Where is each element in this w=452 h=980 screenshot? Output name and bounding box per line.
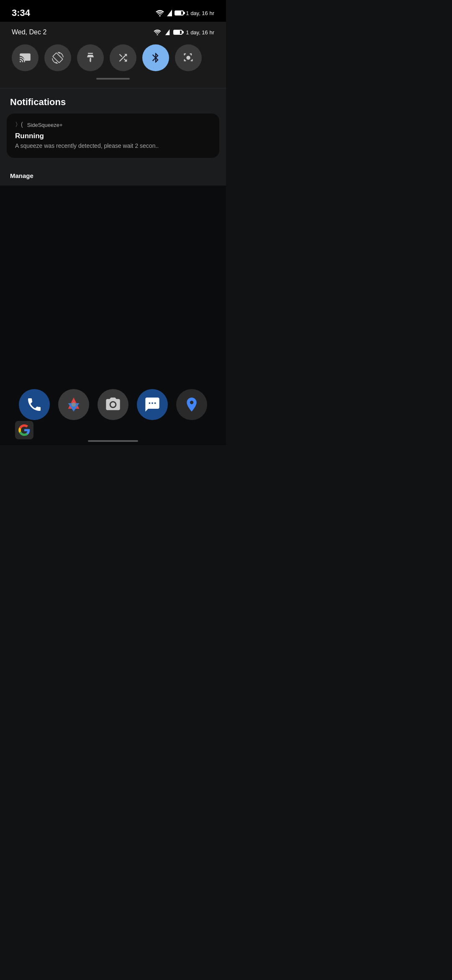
dock-maps[interactable] xyxy=(176,389,207,420)
bluetooth-icon xyxy=(150,52,162,64)
camera-icon xyxy=(105,396,121,413)
cast-toggle[interactable] xyxy=(12,44,39,71)
svg-point-0 xyxy=(159,15,161,16)
left-bracket: 〉( xyxy=(15,121,23,129)
notif-app-icon: 〉( xyxy=(15,121,23,129)
status-bar: 3:34 1 day, 16 hr xyxy=(0,0,226,22)
flashlight-toggle[interactable] xyxy=(77,44,104,71)
flashlight-icon xyxy=(85,52,96,64)
quick-settings-panel: Wed, Dec 2 1 day, 16 hr xyxy=(0,22,226,88)
notifications-title: Notifications xyxy=(7,97,219,108)
notification-title: Running xyxy=(15,132,211,140)
header-battery-icon xyxy=(173,30,182,35)
messages-icon xyxy=(144,396,161,413)
wifi-icon xyxy=(155,10,164,16)
rotate-icon xyxy=(52,52,64,64)
svg-point-2 xyxy=(157,34,158,35)
battery-text: 1 day, 16 hr xyxy=(186,10,214,16)
home-screen xyxy=(0,186,226,445)
svg-point-6 xyxy=(72,402,76,407)
notifications-section: Notifications 〉( SideSqueeze+ Running A … xyxy=(0,88,226,166)
google-icon[interactable] xyxy=(15,421,33,439)
shuffle-icon xyxy=(117,52,129,64)
focus-toggle[interactable] xyxy=(175,44,202,71)
panel-pill xyxy=(96,78,130,80)
dock xyxy=(0,389,226,420)
svg-marker-1 xyxy=(167,10,172,16)
extradim-toggle[interactable] xyxy=(110,44,136,71)
battery-status-display: 1 day, 16 hr xyxy=(153,29,214,36)
battery-icon xyxy=(175,10,184,15)
header-battery-text: 1 day, 16 hr xyxy=(186,29,214,36)
notif-app-name: SideSqueeze+ xyxy=(27,122,63,128)
svg-marker-3 xyxy=(165,29,170,35)
maps-icon xyxy=(183,396,200,413)
dock-camera[interactable] xyxy=(98,389,128,420)
status-time: 3:34 xyxy=(12,8,30,18)
notification-body: A squeeze was recently detected, please … xyxy=(15,142,211,150)
manage-section: Manage xyxy=(0,166,226,186)
notification-app-row: 〉( SideSqueeze+ xyxy=(15,121,211,129)
dock-flux[interactable] xyxy=(58,389,89,420)
signal-icon xyxy=(167,10,172,16)
autorotate-toggle[interactable] xyxy=(44,44,71,71)
phone-icon xyxy=(26,396,43,413)
google-logo xyxy=(18,424,31,436)
bottom-bar xyxy=(0,421,226,439)
bluetooth-toggle[interactable] xyxy=(142,44,169,71)
manage-button[interactable]: Manage xyxy=(10,172,33,179)
date-row: Wed, Dec 2 1 day, 16 hr xyxy=(12,28,214,36)
status-icons: 1 day, 16 hr xyxy=(155,10,214,16)
cast-icon xyxy=(19,52,31,64)
flux-icon xyxy=(65,396,82,413)
quick-toggles-row xyxy=(12,44,214,71)
date-text: Wed, Dec 2 xyxy=(12,28,46,36)
focus-icon xyxy=(182,52,194,64)
header-wifi-icon xyxy=(153,29,162,35)
dock-messages[interactable] xyxy=(137,389,168,420)
dock-phone[interactable] xyxy=(19,389,50,420)
header-signal-icon xyxy=(165,29,170,35)
nav-gesture-bar xyxy=(88,440,138,442)
notification-card[interactable]: 〉( SideSqueeze+ Running A squeeze was re… xyxy=(7,113,219,158)
